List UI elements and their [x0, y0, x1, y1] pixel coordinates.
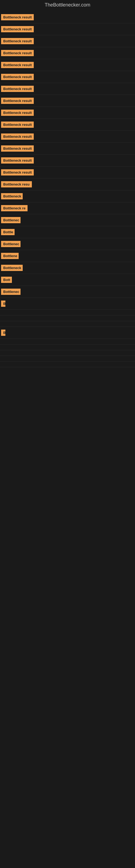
- list-item: Bottleneck result: [0, 23, 135, 35]
- list-item: [0, 315, 135, 321]
- list-item: [0, 339, 135, 344]
- list-item: Bottleneck re: [0, 203, 135, 214]
- list-item: B: [0, 327, 135, 339]
- bottleneck-badge[interactable]: Bottleneck result: [1, 26, 34, 32]
- list-item: [0, 356, 135, 362]
- bottleneck-badge[interactable]: Bottleneck result: [1, 38, 34, 44]
- bottleneck-badge[interactable]: Bottleneck resu: [1, 181, 32, 187]
- list-item: Bottleneck result: [0, 107, 135, 119]
- list-item: Bottleneck result: [0, 166, 135, 179]
- bottleneck-badge[interactable]: Bottleneck result: [1, 157, 34, 163]
- site-title: TheBottlenecker.com: [0, 0, 135, 10]
- bottleneck-badge[interactable]: Bottleneck result: [1, 110, 34, 116]
- bottleneck-badge[interactable]: Bottleneck result: [1, 50, 34, 56]
- list-item: [0, 321, 135, 327]
- list-item: Bottlenec: [0, 286, 135, 298]
- list-item: Bottleneck result: [0, 119, 135, 131]
- list-item: [0, 362, 135, 367]
- items-container: Bottleneck resultBottleneck resultBottle…: [0, 10, 135, 367]
- bottleneck-badge[interactable]: Bottlenec: [1, 241, 20, 247]
- list-item: B: [0, 298, 135, 310]
- list-item: Bottleneck: [0, 262, 135, 274]
- list-item: Bottleneck result: [0, 47, 135, 59]
- list-item: Bottleneck result: [0, 95, 135, 107]
- bottleneck-badge[interactable]: Bottlenec: [1, 289, 20, 295]
- list-item: [0, 310, 135, 315]
- list-item: Bottleneck result: [0, 131, 135, 143]
- bottleneck-badge[interactable]: Bott: [1, 277, 12, 283]
- list-item: [0, 350, 135, 356]
- bottleneck-badge[interactable]: B: [1, 301, 5, 307]
- list-item: [0, 344, 135, 350]
- list-item: Bottlenec: [0, 214, 135, 226]
- list-item: Bottleneck result: [0, 83, 135, 95]
- list-item: Bottleneck result: [0, 59, 135, 71]
- list-item: Bottle: [0, 226, 135, 238]
- bottleneck-badge[interactable]: Bottleneck result: [1, 74, 34, 80]
- list-item: Bottlenec: [0, 238, 135, 250]
- bottleneck-badge[interactable]: Bottleneck result: [1, 133, 34, 140]
- bottleneck-badge[interactable]: Bottleneck result: [1, 122, 34, 128]
- bottleneck-badge[interactable]: Bottleneck result: [1, 98, 34, 104]
- bottleneck-badge[interactable]: Bottleneck re: [1, 205, 28, 211]
- list-item: Bottleneck: [0, 190, 135, 203]
- bottleneck-badge[interactable]: Bottleneck: [1, 193, 23, 199]
- bottleneck-badge[interactable]: Bottle: [1, 229, 14, 235]
- bottleneck-badge[interactable]: B: [1, 330, 5, 336]
- bottleneck-badge[interactable]: Bottleneck result: [1, 14, 34, 20]
- list-item: Bott: [0, 274, 135, 286]
- list-item: Bottleneck result: [0, 155, 135, 166]
- bottleneck-badge[interactable]: Bottleneck result: [1, 86, 34, 92]
- bottleneck-badge[interactable]: Bottleneck result: [1, 62, 34, 68]
- list-item: Bottleneck result: [0, 11, 135, 23]
- list-item: Bottleneck result: [0, 35, 135, 47]
- bottleneck-badge[interactable]: Bottlenec: [1, 217, 20, 223]
- bottleneck-badge[interactable]: Bottleneck result: [1, 145, 34, 152]
- list-item: Bottleneck result: [0, 71, 135, 83]
- bottleneck-badge[interactable]: Bottlene: [1, 253, 18, 259]
- list-item: Bottleneck resu: [0, 179, 135, 190]
- page-wrapper: TheBottlenecker.com Bottleneck resultBot…: [0, 0, 135, 367]
- bottleneck-badge[interactable]: Bottleneck: [1, 265, 23, 271]
- bottleneck-badge[interactable]: Bottleneck result: [1, 169, 34, 176]
- list-item: Bottlene: [0, 250, 135, 262]
- list-item: Bottleneck result: [0, 143, 135, 155]
